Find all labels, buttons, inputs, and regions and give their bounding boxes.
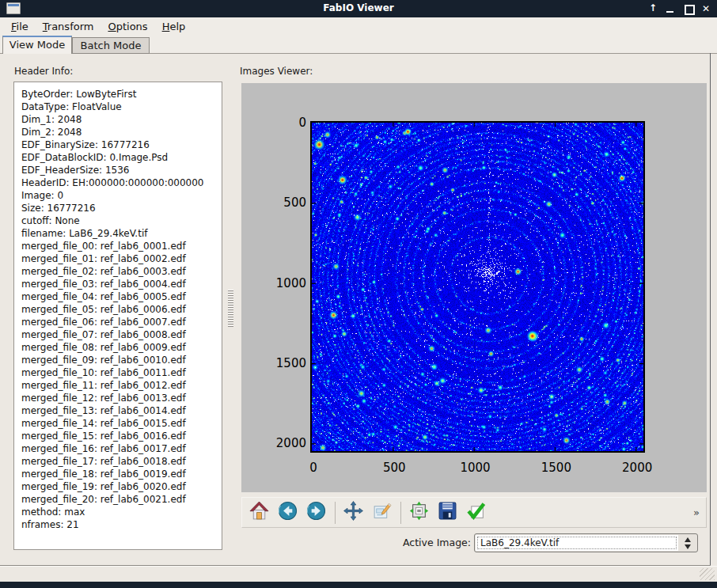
header-line: Dim_1: 2048: [21, 113, 218, 126]
menu-transform[interactable]: Transform: [36, 19, 101, 34]
shade-icon[interactable]: [647, 3, 658, 14]
save-floppy-icon: [438, 501, 457, 524]
minimize-icon[interactable]: [665, 3, 676, 14]
back-button[interactable]: [276, 502, 298, 524]
menu-options[interactable]: Options: [101, 19, 154, 34]
plot-toolbar: »: [241, 497, 707, 528]
spinner-up-icon: [685, 537, 691, 542]
header-line: merged_file_06: ref_lab6_0007.edf: [21, 316, 218, 328]
tab-bar: Batch Mode View Mode: [0, 36, 717, 53]
x-tick-label: 0: [286, 461, 341, 475]
status-bar: [0, 566, 717, 582]
header-line: merged_file_03: ref_lab6_0004.edf: [21, 278, 218, 290]
header-line: Image: 0: [21, 189, 218, 202]
header-line: Size: 16777216: [21, 202, 218, 214]
header-info-label: Header Info:: [14, 66, 73, 77]
x-tick-label: 2000: [609, 461, 665, 475]
diffraction-image-frame: [310, 121, 645, 453]
header-line: merged_file_04: ref_lab6_0005.edf: [21, 290, 218, 303]
header-line: merged_file_00: ref_lab6_0001.edf: [21, 240, 218, 252]
header-line: filename: LaB6_29.4keV.tif: [21, 227, 218, 240]
y-tick-label: 1500: [259, 356, 306, 370]
header-line: merged_file_13: ref_lab6_0014.edf: [21, 404, 218, 417]
active-image-label: Active Image:: [403, 537, 471, 548]
header-line: merged_file_20: ref_lab6_0021.edf: [21, 493, 218, 506]
header-line: Dim_2: 2048: [21, 126, 218, 138]
header-line: method: max: [21, 506, 218, 518]
header-line: merged_file_14: ref_lab6_0015.edf: [21, 417, 218, 430]
menu-help[interactable]: Help: [155, 19, 193, 34]
header-line: EDF_HeaderSize: 1536: [21, 164, 218, 176]
check-icon: [466, 501, 486, 524]
active-image-value[interactable]: LaB6_29.4keV.tif: [476, 535, 678, 551]
header-line: merged_file_16: ref_lab6_0017.edf: [21, 442, 218, 455]
header-line: ByteOrder: LowByteFirst: [21, 88, 218, 101]
header-line: HeaderID: EH:000000:000000:000000: [21, 176, 218, 189]
header-line: merged_file_18: ref_lab6_0019.edf: [21, 468, 218, 480]
close-icon[interactable]: [701, 3, 712, 14]
customize-button[interactable]: [370, 502, 393, 524]
y-tick-label: 500: [259, 195, 306, 210]
app-body: FileTransformOptionsHelp Batch Mode View…: [0, 17, 717, 582]
toolbar-overflow-chevron[interactable]: »: [693, 506, 700, 518]
save-button[interactable]: [436, 502, 458, 524]
tab-view-mode[interactable]: View Mode: [2, 36, 72, 54]
header-line: merged_file_19: ref_lab6_0020.edf: [21, 480, 218, 493]
header-line: merged_file_08: ref_lab6_0009.edf: [21, 341, 218, 354]
header-line: DataType: FloatValue: [21, 101, 218, 113]
splitter-handle[interactable]: [228, 290, 233, 328]
plot-figure-area: 05001000150020000500100015002000: [241, 83, 707, 492]
resize-grip[interactable]: [700, 568, 715, 580]
home-button[interactable]: [248, 502, 270, 524]
forward-button[interactable]: [305, 502, 327, 524]
y-tick-label: 2000: [259, 436, 306, 450]
tab-batch-mode[interactable]: Batch Mode: [72, 37, 150, 54]
header-line: EDF_DataBlockID: 0.Image.Psd: [21, 151, 218, 164]
header-line: merged_file_11: ref_lab6_0012.edf: [21, 379, 218, 392]
header-line: merged_file_15: ref_lab6_0016.edf: [21, 430, 218, 442]
y-tick-label: 1000: [259, 276, 306, 290]
header-line: merged_file_02: ref_lab6_0003.edf: [21, 265, 218, 278]
header-line: EDF_BinarySize: 16777216: [21, 138, 218, 151]
x-tick-label: 1000: [448, 461, 503, 475]
maximize-icon[interactable]: [683, 3, 694, 14]
apply-check-button[interactable]: [465, 502, 487, 524]
header-line: merged_file_05: ref_lab6_0006.edf: [21, 303, 218, 316]
tab-frame-right-border: [710, 53, 711, 566]
header-line: merged_file_07: ref_lab6_0008.edf: [21, 328, 218, 341]
configure-subplots-button[interactable]: [408, 502, 430, 524]
menu-bar: FileTransformOptionsHelp: [0, 17, 717, 36]
header-line: merged_file_17: ref_lab6_0018.edf: [21, 455, 218, 468]
toolbar-separator: [400, 502, 401, 524]
app-window: FabIO Viewer FileTransformOptionsHelp Ba…: [0, 0, 717, 588]
header-info-textarea[interactable]: ByteOrder: LowByteFirstDataType: FloatVa…: [13, 82, 222, 550]
header-line: merged_file_09: ref_lab6_0010.edf: [21, 354, 218, 366]
forward-arrow-icon: [306, 501, 326, 524]
back-arrow-icon: [278, 501, 298, 524]
x-tick-label: 1500: [529, 461, 584, 475]
pan-move-icon: [343, 501, 363, 524]
configure-subplots-icon: [409, 501, 429, 524]
title-bar: FabIO Viewer: [0, 0, 717, 17]
y-tick-label: 0: [259, 116, 306, 130]
header-line: merged_file_12: ref_lab6_0013.edf: [21, 392, 218, 404]
header-line: nframes: 21: [21, 518, 218, 531]
images-viewer-label: Images Viewer:: [240, 66, 313, 77]
header-line: cutoff: None: [21, 214, 218, 227]
header-line: merged_file_01: ref_lab6_0002.edf: [21, 252, 218, 265]
home-icon: [249, 501, 269, 524]
x-tick-label: 500: [366, 461, 422, 475]
header-line: merged_file_10: ref_lab6_0011.edf: [21, 366, 218, 379]
window-title: FabIO Viewer: [0, 2, 717, 13]
pan-button[interactable]: [342, 502, 364, 524]
active-image-combobox[interactable]: LaB6_29.4keV.tif: [474, 533, 698, 552]
combo-spinner-button[interactable]: [678, 535, 696, 551]
spinner-down-icon: [685, 544, 691, 549]
window-controls: [647, 0, 712, 17]
customize-edit-icon: [372, 501, 392, 524]
diffraction-image-canvas[interactable]: [312, 123, 643, 451]
menu-file[interactable]: File: [4, 19, 36, 34]
toolbar-separator: [335, 502, 336, 524]
